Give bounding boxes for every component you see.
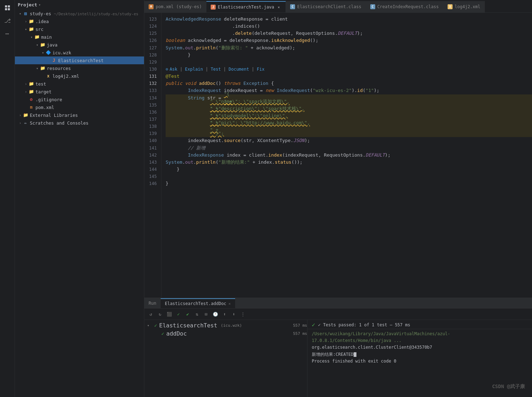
test-detail-root: (icu.wzk) bbox=[221, 323, 242, 328]
tab-close-estest[interactable]: × bbox=[276, 5, 281, 10]
tree-item-target[interactable]: ›📁target bbox=[15, 88, 144, 96]
ai-hint-line: ⊙Ask | Explain | Test | Document | Fix bbox=[166, 66, 532, 73]
ai-document-link[interactable]: Document bbox=[228, 66, 249, 73]
tree-label-target: target bbox=[35, 89, 51, 94]
import-btn[interactable]: ⬇ bbox=[230, 311, 237, 318]
tree-icon-idea: 📁 bbox=[28, 18, 34, 24]
panel-tab-run[interactable]: Run bbox=[144, 298, 161, 308]
cursor-caret bbox=[354, 352, 356, 357]
editor-tab-createindex[interactable]: CCreateIndexRequest.class bbox=[366, 1, 443, 12]
chevron-down-icon: ▾ bbox=[39, 3, 41, 7]
tree-item-java[interactable]: ▾📁java bbox=[15, 41, 144, 49]
separator: | bbox=[177, 66, 185, 73]
line-num-137: 137 bbox=[146, 116, 158, 123]
tree-item-external-libs[interactable]: ›📁External Libraries bbox=[15, 111, 144, 119]
tree-item-resources[interactable]: ▾📁resources bbox=[15, 64, 144, 72]
tree-icon-log4j2.xml: x bbox=[45, 73, 51, 79]
code-line-141: // 新增 bbox=[166, 145, 532, 152]
line-num-143: 143 bbox=[146, 159, 158, 166]
code-line-124: .indices() bbox=[166, 23, 532, 30]
tree-item-test[interactable]: ›📁test bbox=[15, 80, 144, 88]
line-num-133: 133 bbox=[146, 87, 158, 94]
line-num-132: 132 bbox=[146, 80, 158, 87]
tab-label-esclient: ElasticsearchClient.class bbox=[297, 4, 361, 9]
collapse-btn[interactable]: ⊟ bbox=[203, 311, 210, 318]
summary-text: ✓ Tests passed: 1 of 1 test – 557 ms bbox=[318, 322, 410, 327]
console-text: /Users/wuzikang/Library/Java/JavaVirtual… bbox=[307, 329, 532, 366]
code-line-132: public void addDoc() throws Exception { bbox=[166, 80, 532, 87]
tree-item-icu.wzk[interactable]: ▾🔷icu.wzk bbox=[15, 49, 144, 56]
console-line-0: /Users/wuzikang/Library/Java/JavaVirtual… bbox=[312, 331, 528, 344]
tab-icon-estest: J bbox=[211, 5, 216, 10]
tree-arrow-java: ▾ bbox=[35, 43, 40, 47]
line-num-136: 136 bbox=[146, 109, 158, 116]
tree-item-log4j2.xml[interactable]: xlog4j2.xml bbox=[15, 72, 144, 80]
tree-label-src: src bbox=[35, 27, 44, 32]
line-num-139: 139 bbox=[146, 130, 158, 137]
tree-item-scratches[interactable]: ›✏Scratches and Consoles bbox=[15, 119, 144, 127]
tree-item-src[interactable]: ▾📁src bbox=[15, 25, 144, 33]
line-num-138: 138 bbox=[146, 123, 158, 130]
tree-label-icu.wzk: icu.wzk bbox=[52, 50, 71, 55]
line-num-144: 144 bbox=[146, 166, 158, 173]
console-line-4: Process finished with exit code 0 bbox=[312, 358, 528, 365]
more-btn[interactable]: ⋮ bbox=[239, 311, 246, 318]
tree-label-external-libs: External Libraries bbox=[30, 113, 78, 118]
code-line-125: .delete(deleteRequest, RequestOptions.DE… bbox=[166, 30, 532, 37]
tree-item-pom.xml[interactable]: mpom.xml bbox=[15, 103, 144, 111]
more-tools-icon[interactable]: ⋯ bbox=[2, 28, 12, 38]
code-line-139: " }"; bbox=[166, 130, 532, 137]
rerun-btn[interactable]: ↺ bbox=[147, 311, 154, 318]
rerun-failed-btn[interactable]: ↻ bbox=[156, 311, 164, 318]
tree-icon-resources: 📁 bbox=[40, 65, 45, 71]
svg-rect-1 bbox=[8, 5, 10, 7]
editor-tab-log4j2[interactable]: Xlog4j2.xml bbox=[443, 1, 485, 12]
tree-arrow-external-libs: › bbox=[18, 113, 23, 117]
tree-item-ElasticsearchTest[interactable]: JElasticsearchTest bbox=[15, 56, 144, 64]
test-row-addDoc[interactable]: ✓addDoc557 ms bbox=[144, 330, 307, 338]
vcs-icon[interactable]: ⎇ bbox=[2, 16, 12, 26]
separator2: | bbox=[203, 66, 211, 73]
line-num-140: 140 bbox=[146, 137, 158, 144]
tree-icon-main: 📁 bbox=[34, 34, 40, 40]
tree-label-study-es: study-es ~/Desktop/intellij/study-es/stu… bbox=[30, 11, 138, 16]
sidebar-title: Project bbox=[18, 2, 37, 7]
sidebar-header[interactable]: Project ▾ bbox=[15, 0, 144, 10]
stop-btn[interactable]: ⬛ bbox=[166, 311, 173, 318]
tree-label-test: test bbox=[35, 81, 46, 87]
tree-label-scratches: Scratches and Consoles bbox=[30, 120, 89, 126]
line-numbers: 1231241251261271281291301311321331341351… bbox=[144, 13, 161, 298]
ai-fix-link[interactable]: Fix bbox=[257, 66, 265, 73]
panel-tab-estest-run[interactable]: ElasticsearchTest.addDoc × bbox=[161, 298, 235, 308]
code-line-146: } bbox=[166, 180, 532, 187]
test-duration-addDoc: 557 ms bbox=[293, 331, 307, 336]
editor-tab-esclient[interactable]: CElasticsearchClient.class bbox=[286, 1, 366, 12]
panel-tab-close-estest-run[interactable]: × bbox=[228, 301, 231, 306]
tree-item-idea[interactable]: ›📁.idea bbox=[15, 17, 144, 25]
code-editor[interactable]: 1231241251261271281291301311321331341351… bbox=[144, 13, 532, 298]
panel-tabs: RunElasticsearchTest.addDoc × bbox=[144, 298, 532, 309]
line-num-126: 126 bbox=[146, 37, 158, 44]
clock-btn[interactable]: 🕐 bbox=[212, 311, 219, 318]
editor-tab-estest[interactable]: JElasticsearchTest.java× bbox=[206, 1, 286, 12]
tree-label-pom.xml: pom.xml bbox=[35, 105, 54, 110]
tree-label-idea: .idea bbox=[35, 19, 49, 24]
tree-arrow-main: ▾ bbox=[29, 35, 34, 39]
summary-check-icon: ✓ bbox=[312, 321, 315, 328]
ai-test-link[interactable]: Test bbox=[211, 66, 221, 73]
export-btn[interactable]: ⬆ bbox=[221, 311, 228, 318]
tree-item-main[interactable]: ▾📁main bbox=[15, 33, 144, 41]
tree-item-study-es[interactable]: ▾▤study-es ~/Desktop/intellij/study-es/s… bbox=[15, 10, 144, 17]
editor-tab-pom[interactable]: Mpom.xml (study-es) bbox=[144, 1, 206, 12]
tree-item-.gitignore[interactable]: ⊘.gitignore bbox=[15, 96, 144, 103]
tree-label-ElasticsearchTest: ElasticsearchTest bbox=[58, 58, 104, 63]
sort-duration-btn[interactable]: ⇅ bbox=[193, 311, 200, 318]
project-icon[interactable] bbox=[2, 3, 12, 13]
ai-ask-link[interactable]: Ask bbox=[170, 66, 177, 73]
tree-icon-study-es: ▤ bbox=[23, 11, 28, 16]
line-num-141: 141 bbox=[146, 145, 158, 152]
tab-label-createindex: CreateIndexRequest.class bbox=[377, 4, 439, 9]
test-row-root[interactable]: ▾✓ElasticsearchTest(icu.wzk)557 ms bbox=[144, 321, 307, 330]
bottom-panel: RunElasticsearchTest.addDoc × ↺ ↻ ⬛ ✓ ✔ … bbox=[144, 298, 532, 397]
ai-explain-link[interactable]: Explain bbox=[185, 66, 203, 73]
